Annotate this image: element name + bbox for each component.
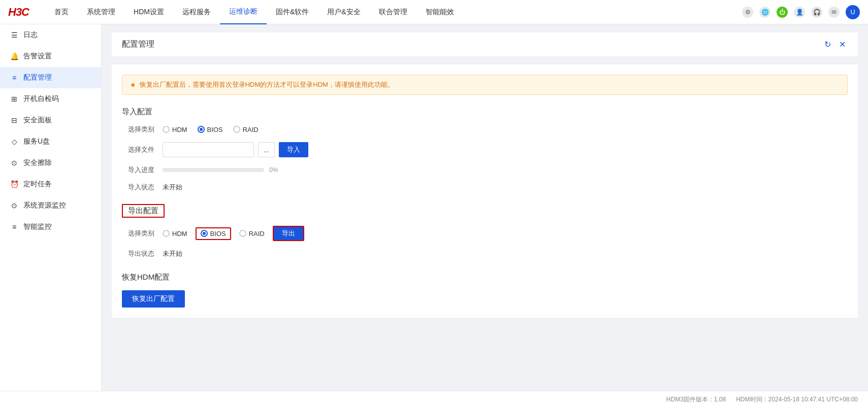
import-type-options: HDM BIOS RAID [163, 126, 848, 133]
sidebar-item-security-panel[interactable]: ⊟ 安全面板 [0, 110, 101, 131]
log-icon: ☰ [10, 31, 18, 39]
restore-section: 恢复HDM配置 恢复出厂配置 [122, 273, 848, 308]
import-status-label: 导入状态 [122, 183, 163, 192]
restore-title: 恢复HDM配置 [122, 273, 848, 282]
sidebar-item-scheduled[interactable]: ⏰ 定时任务 [0, 174, 101, 195]
progress-text: 0% [269, 166, 278, 174]
nav-federated[interactable]: 联合管理 [370, 0, 416, 24]
import-status-content: 未开始 [163, 183, 848, 192]
sidebar-item-config[interactable]: ≡ 配置管理 [0, 67, 101, 88]
sidebar-item-selfcheck[interactable]: ⊞ 开机自检码 [0, 88, 101, 110]
nav-home[interactable]: 首页 [45, 0, 78, 24]
avatar[interactable]: U [846, 5, 860, 19]
secure-erase-icon: ⊙ [10, 159, 18, 167]
import-progress-row: 导入进度 0% [122, 165, 848, 175]
alert-banner: ● 恢复出厂配置后，需要使用首次登录HDM的方法才可以登录HDM，请谨慎使用此功… [122, 75, 848, 95]
nav-smart[interactable]: 智能能效 [416, 0, 463, 24]
firmware-version: HDM3固件版本：1.08 [666, 396, 726, 403]
browse-button[interactable]: ... [258, 142, 275, 157]
export-radio-raid-label: RAID [249, 230, 265, 237]
sidebar-item-alarm[interactable]: 🔔 告警设置 [0, 46, 101, 67]
sysmon-icon: ⊙ [10, 201, 18, 210]
config-icon: ≡ [10, 74, 18, 82]
mail-icon[interactable]: ✉ [828, 7, 840, 18]
nav-hdm[interactable]: HDM设置 [124, 0, 173, 24]
import-radio-raid[interactable]: RAID [233, 126, 259, 133]
sidebar-label-selfcheck: 开机自检码 [23, 94, 59, 104]
layout: ☰ 日志 🔔 告警设置 ≡ 配置管理 ⊞ 开机自检码 ⊟ 安全面板 ◇ 服务U盘… [0, 24, 868, 391]
main-content: 配置管理 ↻ ✕ ● 恢复出厂配置后，需要使用首次登录HDM的方法才可以登录HD… [102, 24, 868, 391]
import-radio-hdm[interactable]: HDM [163, 126, 187, 133]
nav-ops[interactable]: 运维诊断 [220, 0, 267, 24]
restore-factory-button[interactable]: 恢复出厂配置 [122, 290, 185, 308]
refresh-icon[interactable]: ↻ [822, 39, 833, 50]
import-file-row: 选择文件 ... 导入 [122, 142, 848, 157]
import-progress-content: 0% [163, 166, 848, 174]
hdm-time: HDM时间：2024-05-18 10:47:41 UTC+08:00 [736, 396, 858, 403]
top-nav: H3C 首页 系统管理 HDM设置 远程服务 运维诊断 固件&软件 用户&安全 … [0, 0, 868, 24]
smartmon-icon: ≡ [10, 223, 18, 231]
sidebar-label-alarm: 告警设置 [23, 52, 52, 61]
radio-bios-label: BIOS [207, 126, 223, 133]
nav-remote[interactable]: 远程服务 [173, 0, 220, 24]
logo: H3C [8, 6, 29, 19]
sidebar: ☰ 日志 🔔 告警设置 ≡ 配置管理 ⊞ 开机自检码 ⊟ 安全面板 ◇ 服务U盘… [0, 24, 102, 391]
sidebar-label-sysmon: 系统资源监控 [23, 201, 66, 210]
sidebar-item-smartmon[interactable]: ≡ 智能监控 [0, 216, 101, 237]
export-radio-bios-circle [201, 230, 208, 237]
security-panel-icon: ⊟ [10, 116, 18, 124]
radio-bios-circle [198, 126, 205, 133]
export-radio-bios-label: BIOS [210, 230, 226, 237]
sidebar-label-scheduled: 定时任务 [23, 180, 52, 189]
globe-icon[interactable]: 🌐 [759, 7, 770, 18]
main-nav: 首页 系统管理 HDM设置 远程服务 运维诊断 固件&软件 用户&安全 联合管理… [45, 0, 742, 24]
sidebar-item-log[interactable]: ☰ 日志 [0, 24, 101, 46]
close-icon[interactable]: ✕ [837, 39, 848, 50]
import-progress-label: 导入进度 [122, 165, 163, 175]
export-type-label: 选择类别 [122, 229, 163, 238]
export-title: 导出配置 [128, 206, 158, 215]
radio-hdm-label: HDM [172, 126, 187, 133]
power-icon[interactable]: ⏻ [777, 7, 788, 18]
file-path-input[interactable] [163, 142, 254, 157]
export-radio-hdm[interactable]: HDM [163, 230, 187, 237]
sidebar-label-config: 配置管理 [23, 73, 52, 82]
nav-firmware[interactable]: 固件&软件 [267, 0, 318, 24]
alert-warning-icon: ● [131, 80, 136, 89]
progress-bar-bg [163, 168, 264, 172]
import-radio-bios[interactable]: BIOS [198, 126, 223, 133]
export-radio-hdm-circle [163, 230, 170, 237]
export-radio-raid-circle [239, 230, 246, 237]
sidebar-label-smartmon: 智能监控 [23, 222, 52, 231]
sidebar-label-security-panel: 安全面板 [23, 116, 52, 125]
sidebar-item-service-usb[interactable]: ◇ 服务U盘 [0, 131, 101, 152]
settings-icon[interactable]: ⚙ [742, 7, 753, 18]
footer: HDM3固件版本：1.08 HDM时间：2024-05-18 10:47:41 … [0, 391, 868, 408]
sidebar-label-log: 日志 [23, 30, 38, 40]
import-section: 导入配置 选择类别 HDM BIOS [122, 107, 848, 192]
nav-user[interactable]: 用户&安全 [318, 0, 369, 24]
sidebar-label-secure-erase: 安全擦除 [23, 158, 52, 167]
import-file-label: 选择文件 [122, 145, 163, 154]
radio-raid-circle [233, 126, 240, 133]
person-icon[interactable]: 👤 [794, 7, 805, 18]
export-radio-bios[interactable]: BIOS [196, 227, 231, 240]
import-status-value: 未开始 [163, 183, 182, 192]
export-status-value: 未开始 [163, 249, 182, 258]
export-radio-raid[interactable]: RAID [239, 230, 265, 237]
radio-raid-label: RAID [243, 126, 259, 133]
import-file-content: ... 导入 [163, 142, 848, 157]
import-type-row: 选择类别 HDM BIOS RAID [122, 125, 848, 134]
import-title: 导入配置 [122, 107, 848, 117]
export-button[interactable]: 导出 [273, 226, 304, 241]
sidebar-item-sysmon[interactable]: ⊙ 系统资源监控 [0, 195, 101, 216]
export-status-content: 未开始 [163, 249, 848, 258]
alarm-icon: 🔔 [10, 52, 18, 60]
sidebar-item-secure-erase[interactable]: ⊙ 安全擦除 [0, 152, 101, 174]
page-title: 配置管理 [122, 39, 154, 50]
export-status-label: 导出状态 [122, 249, 163, 258]
headset-icon[interactable]: 🎧 [811, 7, 822, 18]
import-button[interactable]: 导入 [279, 142, 308, 157]
service-usb-icon: ◇ [10, 138, 18, 146]
nav-system[interactable]: 系统管理 [78, 0, 124, 24]
